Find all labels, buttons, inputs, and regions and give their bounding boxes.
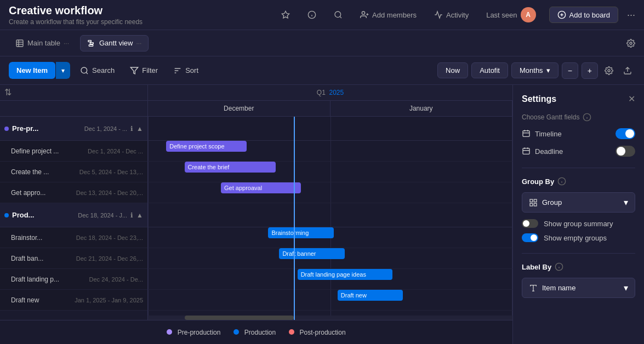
timeline-toggle[interactable] <box>615 128 635 139</box>
star-button[interactable] <box>277 8 294 21</box>
sort-button[interactable]: Sort <box>168 63 204 78</box>
group-by-title: Group By <box>522 177 635 186</box>
task-date: Dec 5, 2024 - Dec 13,... <box>79 169 143 175</box>
label-by-dropdown[interactable]: Item name ▾ <box>522 278 635 298</box>
timeline-label: Timeline <box>522 129 562 138</box>
scrollbar-thumb[interactable] <box>185 316 294 320</box>
tab-gantt-view-more[interactable]: ··· <box>136 39 141 47</box>
new-item-button[interactable]: New Item <box>9 62 55 79</box>
gantt-bar-create-brief[interactable]: Create the brief <box>185 162 276 173</box>
show-group-summary-row: Show group summary <box>522 219 635 228</box>
gantt-icon <box>87 39 96 48</box>
activity-button[interactable]: Activity <box>430 8 473 21</box>
gantt-fields-section: Choose Gantt fields Timeline Deadline <box>522 113 635 157</box>
add-to-board-icon <box>557 10 566 19</box>
app-header: Creative workflow Create a workflow that… <box>0 0 644 30</box>
sort-icon <box>173 66 182 75</box>
gantt-bar-row: Brainstorming <box>148 227 512 248</box>
show-empty-groups-row: Show empty groups <box>522 233 635 242</box>
task-date: Dec 13, 2024 - Dec 20,... <box>76 190 143 196</box>
task-name: Create the ... <box>11 168 76 176</box>
group-collapse-production[interactable]: ▲ <box>136 211 143 219</box>
bar-label: Draft new <box>341 292 367 299</box>
tab-settings-button[interactable] <box>626 38 635 48</box>
activity-icon <box>434 10 443 19</box>
settings-close-button[interactable]: ✕ <box>628 94 635 104</box>
search-button[interactable]: Search <box>75 63 120 78</box>
section-divider-2 <box>522 253 635 254</box>
zoom-in-button[interactable]: + <box>582 62 598 79</box>
task-name: Define project ... <box>11 147 84 155</box>
label-by-info-icon <box>555 262 563 271</box>
gantt-bar-get-approval[interactable]: Get approaval <box>221 182 301 193</box>
gantt-bar-row: Define project scope <box>148 141 512 162</box>
timeline-icon <box>522 129 531 138</box>
gantt-task-list: Pre-pr... Dec 1, 2024 - ... ℹ ▲ Define p… <box>0 117 148 320</box>
month-january: January <box>330 101 513 116</box>
timeline-toggle-thumb <box>625 129 634 138</box>
gantt-bar-draft-landing[interactable]: Draft landing page ideas <box>298 269 392 280</box>
legend-post-production: Post-production <box>289 329 345 336</box>
now-button[interactable]: Now <box>437 62 468 78</box>
task-row: Brainstor... Dec 18, 2024 - Dec 23,... <box>0 227 147 248</box>
zoom-out-button[interactable]: − <box>562 62 578 79</box>
label-by-icon <box>529 284 538 293</box>
months-label: Months <box>520 66 543 74</box>
gantt-fields-info-icon <box>583 113 591 122</box>
svg-rect-16 <box>88 40 91 42</box>
gantt-settings-button[interactable] <box>601 62 617 79</box>
show-empty-groups-toggle[interactable] <box>522 233 538 242</box>
info-button[interactable] <box>303 8 321 21</box>
group-date-production: Dec 18, 2024 - J... <box>78 212 127 219</box>
add-members-label: Add members <box>372 11 417 19</box>
gantt-bar-brainstorming[interactable]: Brainstorming <box>268 227 334 238</box>
new-item-dropdown-button[interactable]: ▾ <box>56 62 70 79</box>
export-button[interactable] <box>620 62 635 79</box>
tab-main-table[interactable]: Main table ··· <box>9 36 76 51</box>
gantt-bar-draft-new[interactable]: Draft new <box>338 290 403 301</box>
add-members-button[interactable]: Add members <box>356 8 421 21</box>
deadline-label: Deadline <box>522 147 563 156</box>
tab-main-table-more[interactable]: ··· <box>64 39 69 47</box>
group-collapse-pre-prod[interactable]: ▲ <box>136 125 143 133</box>
legend-production: Production <box>233 329 276 336</box>
more-button[interactable]: ··· <box>627 9 635 21</box>
search-header-button[interactable] <box>329 8 347 21</box>
task-row: Draft new Jan 1, 2025 - Jan 9, 2025 <box>0 290 147 311</box>
settings-title: Settings ✕ <box>522 94 635 104</box>
section-divider-1 <box>522 168 635 168</box>
label-by-chevron-icon: ▾ <box>624 283 628 293</box>
gantt-bar-row: Draft banner <box>148 248 512 269</box>
add-to-board-button[interactable]: Add to board <box>549 7 618 23</box>
gantt-header-months: December January <box>0 100 512 116</box>
task-name: Get appro... <box>11 189 73 197</box>
legend-label-pre-production: Pre-production <box>178 329 221 336</box>
gantt-bar-define-project[interactable]: Define project scope <box>166 141 246 152</box>
filter-label: Filter <box>142 66 158 74</box>
svg-line-21 <box>86 72 88 74</box>
task-date: Dec 24, 2024 - De... <box>89 276 143 283</box>
gantt-bar-draft-banner[interactable]: Draft banner <box>279 248 345 259</box>
add-members-icon <box>360 10 369 19</box>
gantt-fields-title: Choose Gantt fields <box>522 113 635 122</box>
tab-bar: Main table ··· Gantt view ··· <box>0 30 644 56</box>
tab-gantt-view[interactable]: Gantt view ··· <box>80 35 149 51</box>
task-row: Create the ... Dec 5, 2024 - Dec 13,... <box>0 162 147 182</box>
add-to-board-label: Add to board <box>569 11 610 19</box>
collapse-all-icon[interactable]: ⇅ <box>4 87 12 98</box>
group-by-info-icon <box>557 177 566 186</box>
scrollbar[interactable] <box>148 316 512 320</box>
group-info-production[interactable]: ℹ <box>130 211 133 219</box>
show-group-summary-toggle[interactable] <box>522 219 538 228</box>
filter-button[interactable]: Filter <box>124 63 163 78</box>
deadline-field-row: Deadline <box>522 146 635 157</box>
new-item-group: New Item ▾ <box>9 62 70 79</box>
main-content: ⇅ Q1 2025 December January <box>0 85 644 344</box>
months-button[interactable]: Months ▾ <box>511 62 558 78</box>
star-icon <box>281 10 290 19</box>
group-by-dropdown[interactable]: Group ▾ <box>522 192 635 213</box>
months-chevron-icon: ▾ <box>546 66 550 74</box>
deadline-toggle[interactable] <box>615 146 635 157</box>
group-info-pre-prod[interactable]: ℹ <box>130 125 133 133</box>
autofit-button[interactable]: Autofit <box>471 62 508 78</box>
